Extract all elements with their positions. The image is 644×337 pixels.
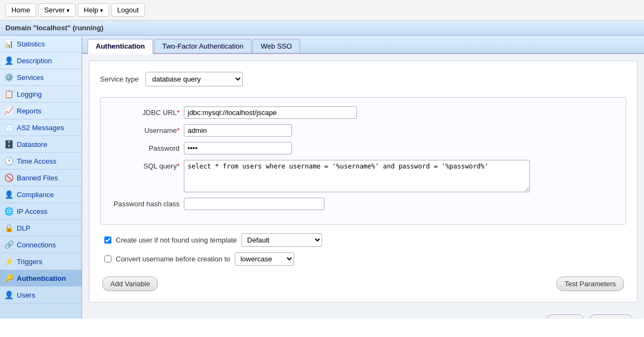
password-hash-row: Password hash class xyxy=(109,198,617,210)
top-navigation: Home Server Help Logout xyxy=(0,0,644,21)
template-select[interactable]: Default xyxy=(241,233,322,247)
logout-button[interactable]: Logout xyxy=(111,3,145,17)
sidebar-label-ip-access: IP Access xyxy=(17,207,48,215)
sidebar-item-time-access[interactable]: 🕐 Time Access xyxy=(0,153,82,170)
sidebar-label-users: Users xyxy=(17,291,35,299)
sidebar-item-reports[interactable]: 📈 Reports xyxy=(0,103,82,119)
form-buttons-row: Add Variable Test Parameters xyxy=(100,277,626,291)
sidebar-item-banned-files[interactable]: 🚫 Banned Files xyxy=(0,170,82,186)
sidebar-label-time-access: Time Access xyxy=(17,157,56,165)
tab-web-sso[interactable]: Web SSO xyxy=(253,39,300,53)
discard-button[interactable]: Discard xyxy=(589,314,633,319)
sidebar-item-statistics[interactable]: 📊 Statistics xyxy=(0,36,82,52)
connections-icon: 🔗 xyxy=(4,240,14,249)
sql-query-label: SQL query* xyxy=(109,160,180,170)
sidebar-label-logging: Logging xyxy=(17,90,42,98)
sidebar-label-connections: Connections xyxy=(17,241,56,249)
sidebar-item-authentication[interactable]: 🔑 Authentication xyxy=(0,270,82,287)
description-icon: 👤 xyxy=(4,56,14,65)
content-area: Authentication Two-Factor Authentication… xyxy=(82,36,644,319)
apply-button[interactable]: Apply xyxy=(546,314,585,319)
domain-header: Domain "localhost" (running) xyxy=(0,21,644,36)
sidebar-label-statistics: Statistics xyxy=(17,40,45,48)
sql-query-row: SQL query* select * from users where use… xyxy=(109,160,617,192)
reports-icon: 📈 xyxy=(4,106,14,115)
sidebar-item-users[interactable]: 👤 Users xyxy=(0,287,82,304)
username-row: Username* xyxy=(109,124,617,137)
main-layout: 📊 Statistics 👤 Description ⚙️ Services 📋… xyxy=(0,36,644,319)
tab-two-factor[interactable]: Two-Factor Authentication xyxy=(154,39,251,53)
as2-icon: ✉️ xyxy=(4,123,14,132)
datastore-icon: 🗄️ xyxy=(4,140,14,149)
server-menu-button[interactable]: Server xyxy=(38,3,76,17)
compliance-icon: 👤 xyxy=(4,190,14,199)
sql-query-textarea[interactable]: select * from users where username = '%u… xyxy=(184,160,530,192)
test-parameters-button[interactable]: Test Parameters xyxy=(556,277,624,291)
username-input[interactable] xyxy=(184,124,292,137)
create-user-checkbox[interactable] xyxy=(104,237,111,244)
bottom-action-bar: Apply Discard xyxy=(82,309,644,319)
statistics-icon: 📊 xyxy=(4,39,14,48)
fields-grid: JDBC URL* Username* Password xyxy=(100,97,626,225)
convert-username-label: Convert username before creation to xyxy=(116,255,230,263)
dlp-icon: 🔒 xyxy=(4,224,14,232)
form-panel: Service type database query LDAP PAM non… xyxy=(89,60,638,302)
service-type-label: Service type xyxy=(100,75,139,83)
service-type-row: Service type database query LDAP PAM non… xyxy=(100,72,626,86)
help-menu-button[interactable]: Help xyxy=(78,3,109,17)
tabs-bar: Authentication Two-Factor Authentication… xyxy=(82,36,644,54)
sidebar-label-reports: Reports xyxy=(17,107,42,115)
sidebar-label-as2: AS2 Messages xyxy=(17,124,64,132)
jdbc-url-label: JDBC URL* xyxy=(109,106,180,117)
sidebar-label-datastore: Datastore xyxy=(17,140,47,149)
banned-files-icon: 🚫 xyxy=(4,173,14,182)
create-user-label: Create user if not found using template xyxy=(116,236,237,244)
lowercase-select[interactable]: lowercase uppercase xyxy=(235,252,294,266)
sidebar-label-authentication: Authentication xyxy=(17,274,66,282)
services-icon: ⚙️ xyxy=(4,73,14,82)
sidebar-label-banned-files: Banned Files xyxy=(17,174,58,182)
triggers-icon: ⚡ xyxy=(4,257,14,266)
sidebar-item-dlp[interactable]: 🔒 DLP xyxy=(0,220,82,237)
home-button[interactable]: Home xyxy=(5,3,36,17)
sidebar-item-as2-messages[interactable]: ✉️ AS2 Messages xyxy=(0,119,82,136)
sidebar-label-compliance: Compliance xyxy=(17,191,54,199)
sidebar-item-compliance[interactable]: 👤 Compliance xyxy=(0,186,82,203)
create-user-row: Create user if not found using template … xyxy=(100,233,626,247)
password-hash-input[interactable] xyxy=(184,198,324,210)
sidebar-label-services: Services xyxy=(17,73,44,82)
convert-username-checkbox[interactable] xyxy=(104,255,111,262)
password-hash-label: Password hash class xyxy=(109,198,180,208)
password-input[interactable] xyxy=(184,142,292,154)
users-icon: 👤 xyxy=(4,291,14,299)
sidebar-label-triggers: Triggers xyxy=(17,258,42,266)
sidebar-item-services[interactable]: ⚙️ Services xyxy=(0,69,82,86)
sidebar-item-datastore[interactable]: 🗄️ Datastore xyxy=(0,136,82,153)
service-type-select[interactable]: database query LDAP PAM none xyxy=(145,72,243,86)
sidebar-item-triggers[interactable]: ⚡ Triggers xyxy=(0,253,82,270)
tab-authentication[interactable]: Authentication xyxy=(88,39,153,54)
jdbc-url-row: JDBC URL* xyxy=(109,106,617,119)
logging-icon: 📋 xyxy=(4,90,14,98)
ip-access-icon: 🌐 xyxy=(4,207,14,215)
sidebar-item-description[interactable]: 👤 Description xyxy=(0,52,82,69)
sidebar-label-dlp: DLP xyxy=(17,224,30,232)
domain-title: Domain "localhost" (running) xyxy=(5,24,103,32)
password-label: Password xyxy=(109,142,180,152)
username-label: Username* xyxy=(109,124,180,134)
sidebar-item-logging[interactable]: 📋 Logging xyxy=(0,86,82,103)
password-row: Password xyxy=(109,142,617,154)
jdbc-url-input[interactable] xyxy=(184,106,357,119)
add-variable-button[interactable]: Add Variable xyxy=(102,277,158,291)
sidebar-item-ip-access[interactable]: 🌐 IP Access xyxy=(0,203,82,220)
sidebar-label-description: Description xyxy=(17,57,52,65)
convert-username-row: Convert username before creation to lowe… xyxy=(100,252,626,266)
sidebar: 📊 Statistics 👤 Description ⚙️ Services 📋… xyxy=(0,36,82,319)
sidebar-item-connections[interactable]: 🔗 Connections xyxy=(0,237,82,253)
authentication-icon: 🔑 xyxy=(4,274,14,282)
time-access-icon: 🕐 xyxy=(4,157,14,165)
